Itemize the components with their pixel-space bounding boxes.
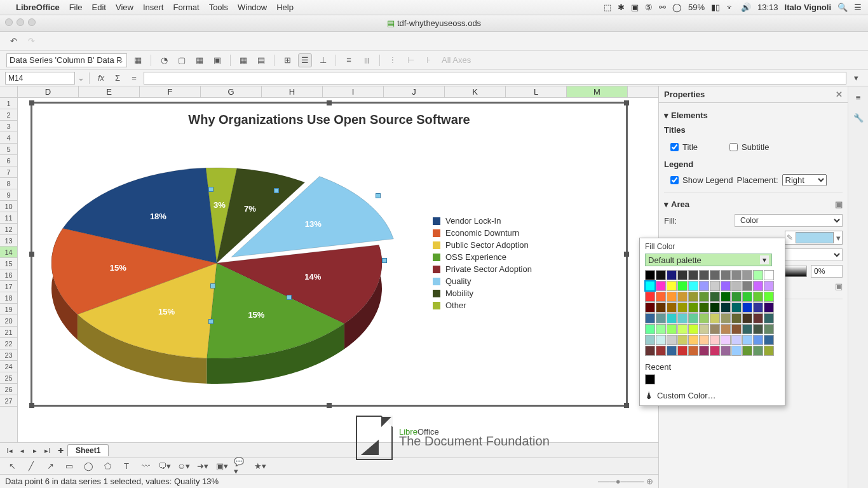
- row-header[interactable]: 10: [0, 201, 17, 212]
- selection-handle[interactable]: [208, 187, 214, 192]
- color-swatch[interactable]: [667, 335, 677, 345]
- col-header[interactable]: E: [79, 86, 140, 97]
- col-header[interactable]: K: [445, 86, 506, 97]
- row-header[interactable]: 12: [0, 224, 17, 235]
- equals-button[interactable]: =: [127, 71, 141, 85]
- color-swatch[interactable]: [656, 281, 666, 291]
- select-all-corner[interactable]: [0, 86, 18, 97]
- row-header[interactable]: 3: [0, 121, 17, 132]
- menu-edit[interactable]: Edit: [92, 3, 106, 12]
- color-swatch[interactable]: [699, 324, 709, 334]
- color-swatch[interactable]: [710, 270, 720, 280]
- color-swatch[interactable]: [764, 335, 774, 345]
- color-swatch[interactable]: [731, 346, 742, 356]
- color-swatch[interactable]: [667, 270, 677, 280]
- all-axes-label[interactable]: All Axes: [442, 55, 471, 65]
- color-swatch[interactable]: [656, 313, 666, 323]
- color-swatch[interactable]: [645, 324, 655, 334]
- section-elements[interactable]: ▾Elements: [664, 111, 843, 120]
- row-header[interactable]: 8: [0, 178, 17, 189]
- selection-handle[interactable]: [287, 295, 292, 300]
- wifi-icon[interactable]: ᯤ: [726, 3, 735, 12]
- color-swatch[interactable]: [742, 313, 752, 323]
- color-swatch[interactable]: [753, 346, 763, 356]
- color-swatch[interactable]: [688, 313, 698, 323]
- col-header[interactable]: H: [262, 86, 323, 97]
- data-ranges-button[interactable]: ▦: [236, 53, 250, 67]
- chart-object[interactable]: Why Organizations Use Open Source Softwa…: [31, 102, 628, 407]
- chart-3d-button[interactable]: ▣: [210, 53, 224, 67]
- legend-item[interactable]: Economic Downturn: [433, 228, 532, 238]
- color-swatch[interactable]: [721, 313, 731, 323]
- color-swatch[interactable]: [764, 270, 774, 280]
- section-area[interactable]: ▾Area ▣: [664, 200, 843, 209]
- draw-line[interactable]: ╱: [24, 459, 38, 473]
- color-swatch[interactable]: [742, 346, 752, 356]
- row-header[interactable]: 17: [0, 281, 17, 292]
- shield-icon[interactable]: ⑤: [645, 3, 653, 12]
- menu-tools[interactable]: Tools: [209, 3, 228, 12]
- data-table-button[interactable]: ▤: [254, 53, 268, 67]
- title-checkbox[interactable]: Title: [670, 142, 698, 152]
- color-swatch[interactable]: [731, 335, 742, 345]
- color-swatch[interactable]: [699, 302, 709, 313]
- transparency-input[interactable]: [811, 265, 843, 278]
- draw-arrow[interactable]: ↖: [5, 459, 19, 473]
- color-swatch[interactable]: [721, 335, 731, 345]
- legend-item[interactable]: Mobility: [433, 288, 532, 298]
- color-swatch[interactable]: [688, 346, 698, 356]
- sum-button[interactable]: Σ: [111, 71, 125, 85]
- color-swatch[interactable]: [764, 313, 774, 323]
- color-swatch[interactable]: [667, 281, 677, 291]
- color-swatch[interactable]: [742, 270, 752, 280]
- tab-prev-button[interactable]: ◂: [17, 445, 28, 456]
- color-swatch[interactable]: [721, 346, 731, 356]
- color-swatch[interactable]: [688, 302, 698, 313]
- row-header[interactable]: 7: [0, 166, 17, 178]
- color-swatch[interactable]: [699, 270, 709, 280]
- color-swatch[interactable]: [677, 324, 688, 334]
- color-swatch[interactable]: [710, 281, 720, 291]
- color-swatch[interactable]: [688, 281, 698, 291]
- tab-next-button[interactable]: ▸: [29, 445, 41, 456]
- titles-button[interactable]: ⊞: [280, 53, 294, 67]
- color-swatch[interactable]: [667, 302, 677, 313]
- app-name[interactable]: LibreOffice: [16, 3, 60, 12]
- color-swatch[interactable]: [645, 302, 655, 313]
- color-swatch[interactable]: [731, 302, 742, 313]
- color-swatch[interactable]: [731, 292, 742, 302]
- draw-comment[interactable]: 💬▾: [234, 459, 248, 473]
- color-swatch[interactable]: [677, 302, 688, 313]
- x-axis-button[interactable]: ⵂ: [386, 53, 400, 67]
- selection-handle[interactable]: [210, 283, 215, 288]
- color-swatch[interactable]: [699, 281, 709, 291]
- color-swatch[interactable]: [656, 302, 666, 313]
- color-swatch[interactable]: [764, 302, 774, 313]
- color-swatch[interactable]: [764, 292, 774, 302]
- row-header[interactable]: 15: [0, 258, 17, 269]
- color-swatch[interactable]: [710, 313, 720, 323]
- tab-sheet1[interactable]: Sheet1: [67, 444, 109, 456]
- chart-legend[interactable]: Vendor Lock-InEconomic DownturnPublic Se…: [426, 214, 532, 313]
- placement-select[interactable]: Right: [782, 174, 827, 186]
- color-swatch[interactable]: [753, 324, 763, 334]
- selection-handle[interactable]: [208, 319, 214, 324]
- color-swatch[interactable]: [710, 292, 720, 302]
- resize-handle[interactable]: [624, 100, 629, 105]
- color-swatch[interactable]: [667, 292, 677, 302]
- palette-select[interactable]: Default palette: [645, 254, 772, 266]
- draw-text[interactable]: T: [119, 459, 133, 473]
- color-swatch[interactable]: [731, 270, 742, 280]
- draw-arrowline[interactable]: ↗: [43, 459, 57, 473]
- draw-rect[interactable]: ▭: [62, 459, 76, 473]
- subtitle-checkbox[interactable]: Subtitle: [729, 142, 769, 152]
- legend-item[interactable]: Quality: [433, 276, 532, 286]
- menu-file[interactable]: File: [69, 3, 83, 12]
- legend-button[interactable]: ☰: [298, 53, 312, 67]
- draw-star[interactable]: ★▾: [253, 459, 267, 473]
- selection-handle[interactable]: [274, 188, 279, 193]
- color-swatch[interactable]: [699, 346, 709, 356]
- color-swatch[interactable]: [764, 281, 774, 291]
- recent-color[interactable]: [645, 374, 655, 384]
- col-header[interactable]: L: [506, 86, 567, 97]
